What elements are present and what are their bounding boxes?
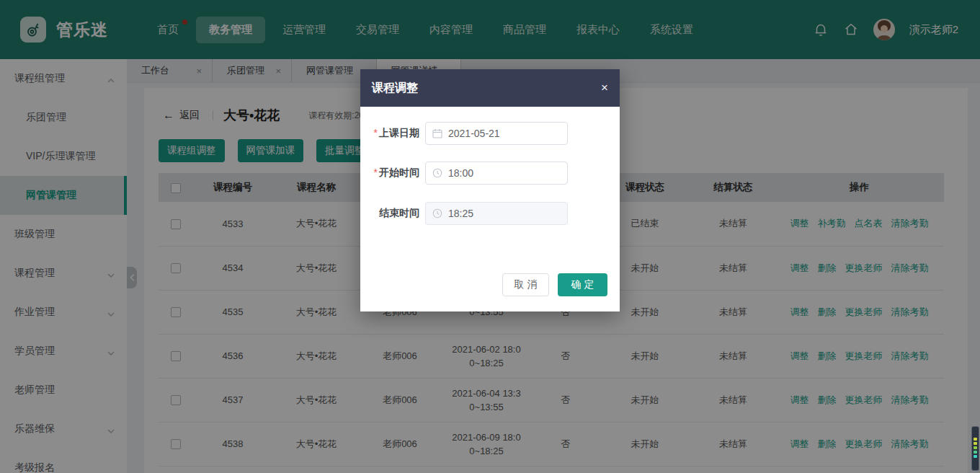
start-time-input[interactable]: 18:00 [425,162,568,185]
minimap-stripe [974,446,977,449]
class-date-input[interactable]: 2021-05-21 [425,122,568,145]
end-time-value: 18:25 [448,208,473,219]
required-star: * [374,167,378,178]
clock-icon [432,168,442,178]
scrollbar-minimap[interactable] [971,426,979,471]
course-adjust-dialog: 课程调整 × *上课日期 2021-05-21 *开始时间 18:00 结束时间 [360,69,620,311]
minimap-stripe [974,455,977,458]
minimap-stripe [974,438,977,441]
field-label: *上课日期 [360,127,419,140]
field-row-start-time: *开始时间 18:00 [360,167,620,180]
calendar-icon [432,128,442,138]
minimap-stripe [974,451,977,454]
close-icon[interactable]: × [601,81,608,95]
required-star: * [374,127,378,138]
dialog-header: 课程调整 × [360,69,620,107]
field-row-end-time: 结束时间 18:25 [360,207,620,220]
start-time-value: 18:00 [448,167,473,179]
field-row-class-date: *上课日期 2021-05-21 [360,127,620,140]
field-label: *开始时间 [360,167,419,180]
class-date-value: 2021-05-21 [448,128,500,139]
cancel-button[interactable]: 取 消 [502,273,549,296]
confirm-button[interactable]: 确 定 [558,273,607,296]
dialog-title: 课程调整 [372,81,418,96]
minimap-stripe [974,442,977,445]
field-label: 结束时间 [360,207,419,220]
end-time-input: 18:25 [425,202,568,225]
clock-icon [432,208,442,218]
